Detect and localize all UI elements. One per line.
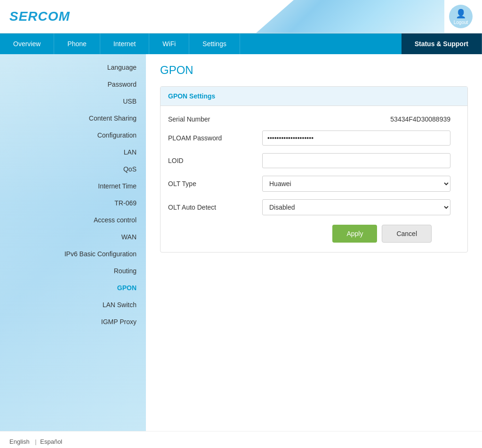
content-area: GPON GPON Settings Serial Number 53434F4… (146, 54, 482, 431)
gpon-settings-header: GPON Settings (161, 87, 467, 106)
loid-input[interactable] (262, 153, 450, 168)
sidebar-item-configuration[interactable]: Configuration (0, 127, 146, 144)
sidebar-item-lan[interactable]: LAN (0, 144, 146, 161)
serial-number-row: Serial Number 53434F4D30088939 (168, 115, 460, 123)
sidebar-item-tr-069[interactable]: TR-069 (0, 195, 146, 212)
loid-label: LOID (168, 157, 262, 164)
footer-separator: | (35, 438, 36, 445)
ploam-password-label: PLOAM Password (168, 134, 262, 142)
main-container: Language Password USB Content Sharing Co… (0, 54, 482, 431)
sidebar-item-qos[interactable]: QoS (0, 161, 146, 178)
olt-auto-detect-row: OLT Auto Detect Disabled Enabled (168, 199, 460, 215)
sidebar-item-routing[interactable]: Routing (0, 262, 146, 279)
header: SERCOM 👤 Logout (0, 0, 482, 33)
sidebar-item-gpon[interactable]: GPON (0, 279, 146, 296)
logout-icon: 👤 (456, 8, 466, 19)
sidebar-item-internet-time[interactable]: Internet Time (0, 178, 146, 195)
cancel-button[interactable]: Cancel (382, 225, 432, 243)
sidebar-item-password[interactable]: Password (0, 76, 146, 93)
nav-overview[interactable]: Overview (0, 33, 54, 54)
olt-type-label: OLT Type (168, 180, 262, 187)
gpon-settings-card: GPON Settings Serial Number 53434F4D3008… (160, 86, 468, 253)
nav-wifi[interactable]: WiFi (149, 33, 189, 54)
apply-button[interactable]: Apply (332, 225, 377, 243)
nav-internet[interactable]: Internet (100, 33, 149, 54)
footer-link-espanol[interactable]: Español (40, 438, 62, 445)
sidebar-item-lan-switch[interactable]: LAN Switch (0, 296, 146, 313)
olt-type-select[interactable]: Huawei ZTE Calix Other (262, 176, 450, 192)
logout-button[interactable]: 👤 Logout (449, 5, 473, 28)
nav-phone[interactable]: Phone (54, 33, 100, 54)
sidebar-item-ipv6[interactable]: IPv6 Basic Configuration (0, 245, 146, 262)
sidebar-item-wan[interactable]: WAN (0, 228, 146, 245)
logo: SERCOM (9, 9, 70, 24)
footer: English | Español (0, 431, 482, 448)
serial-number-label: Serial Number (168, 115, 262, 123)
olt-auto-detect-select[interactable]: Disabled Enabled (262, 199, 450, 215)
gpon-settings-body: Serial Number 53434F4D30088939 PLOAM Pas… (161, 106, 467, 252)
ploam-password-row: PLOAM Password (168, 130, 460, 146)
nav-status-support[interactable]: Status & Support (402, 33, 482, 54)
footer-link-english[interactable]: English (9, 438, 30, 445)
ploam-password-input[interactable] (262, 130, 450, 146)
main-nav: Overview Phone Internet WiFi Settings St… (0, 33, 482, 54)
sidebar-item-access-control[interactable]: Access control (0, 212, 146, 228)
sidebar-item-content-sharing[interactable]: Content Sharing (0, 110, 146, 127)
sidebar-item-language[interactable]: Language (0, 59, 146, 76)
button-row: Apply Cancel (168, 225, 460, 243)
header-bg-decoration (256, 0, 444, 33)
serial-number-value: 53434F4D30088939 (262, 115, 450, 123)
olt-auto-detect-label: OLT Auto Detect (168, 204, 262, 211)
loid-row: LOID (168, 153, 460, 168)
olt-type-row: OLT Type Huawei ZTE Calix Other (168, 176, 460, 192)
sidebar-item-igmp-proxy[interactable]: IGMP Proxy (0, 313, 146, 330)
nav-settings[interactable]: Settings (189, 33, 240, 54)
page-title: GPON (160, 64, 468, 77)
logout-label: Logout (454, 20, 468, 25)
sidebar-item-usb[interactable]: USB (0, 93, 146, 110)
sidebar: Language Password USB Content Sharing Co… (0, 54, 146, 431)
